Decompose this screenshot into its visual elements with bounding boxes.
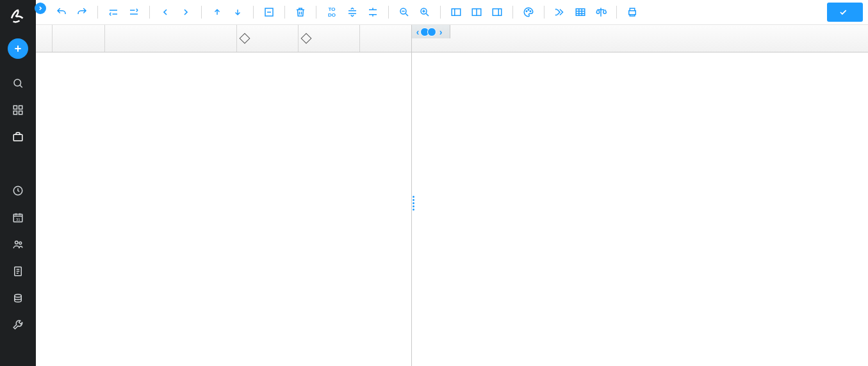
svg-rect-16 — [452, 9, 461, 16]
todo-icon[interactable] — [5, 152, 31, 175]
indent-button[interactable] — [177, 3, 195, 21]
svg-rect-18 — [493, 9, 502, 16]
svg-rect-24 — [576, 9, 585, 16]
todo-toolbar-button[interactable]: TODO — [323, 3, 341, 21]
svg-point-20 — [528, 10, 529, 11]
splitter-handle[interactable] — [410, 196, 416, 211]
scrubber-handle-icon — [427, 28, 436, 36]
col-code[interactable] — [74, 25, 105, 52]
milestone-icon — [240, 33, 250, 44]
svg-rect-3 — [13, 111, 17, 115]
add-button[interactable] — [8, 38, 28, 59]
zoom-out-button[interactable] — [395, 3, 413, 21]
milestone-icon — [301, 33, 312, 44]
search-icon[interactable] — [5, 72, 31, 95]
insert-below-button[interactable] — [125, 3, 143, 21]
svg-rect-2 — [19, 106, 22, 109]
calendar-icon[interactable]: 31 — [5, 206, 31, 229]
cost-icon[interactable] — [5, 287, 31, 310]
collapse-panel-icon[interactable] — [35, 3, 46, 14]
toolbar: TODO — [36, 0, 868, 25]
print-button[interactable] — [623, 3, 641, 21]
zoom-in-button[interactable] — [416, 3, 434, 21]
task-grid — [36, 25, 412, 366]
undo-button[interactable] — [53, 3, 70, 21]
svg-point-10 — [19, 242, 22, 244]
svg-text:31: 31 — [16, 218, 20, 221]
svg-point-23 — [555, 14, 557, 15]
layout-left-button[interactable] — [447, 3, 465, 21]
settings-icon[interactable] — [5, 314, 31, 337]
clock-icon[interactable] — [5, 179, 31, 202]
move-up-button[interactable] — [208, 3, 226, 21]
svg-rect-1 — [13, 106, 17, 109]
delete-button[interactable] — [291, 3, 309, 21]
svg-rect-5 — [13, 134, 22, 141]
chevron-left-icon: ‹ — [413, 28, 422, 36]
palette-button[interactable] — [520, 3, 537, 21]
resources-button[interactable] — [571, 3, 589, 21]
left-sidebar: 31 — [0, 0, 36, 366]
insert-above-button[interactable] — [104, 3, 122, 21]
col-start[interactable] — [237, 25, 299, 52]
team-icon[interactable] — [5, 233, 31, 256]
layout-split-button[interactable] — [468, 3, 486, 21]
svg-rect-25 — [629, 11, 636, 15]
layout-right-button[interactable] — [488, 3, 506, 21]
briefcase-icon[interactable] — [5, 125, 31, 148]
svg-point-9 — [15, 241, 19, 244]
move-down-button[interactable] — [229, 3, 247, 21]
timeline-scrubber[interactable]: ‹ › — [412, 25, 450, 38]
grid-header — [36, 25, 411, 52]
critical-path-button[interactable] — [551, 3, 569, 21]
svg-point-21 — [530, 11, 531, 12]
document-icon[interactable] — [5, 260, 31, 283]
decrease-button[interactable] — [260, 3, 278, 21]
save-button[interactable] — [827, 3, 863, 22]
expand-all-button[interactable] — [343, 3, 361, 21]
gantt-chart: ‹ › — [412, 25, 868, 366]
svg-point-22 — [555, 8, 557, 10]
app-logo — [6, 5, 29, 28]
dashboard-icon[interactable] — [5, 99, 31, 122]
svg-point-12 — [15, 294, 22, 298]
chevron-right-icon: › — [436, 28, 445, 36]
col-duration[interactable] — [360, 25, 387, 52]
scrubber-handle-icon — [420, 28, 429, 36]
balance-button[interactable] — [592, 3, 610, 21]
outdent-button[interactable] — [156, 3, 174, 21]
svg-rect-4 — [19, 111, 22, 115]
svg-point-0 — [14, 79, 21, 86]
collapse-all-button[interactable] — [364, 3, 382, 21]
col-name[interactable] — [105, 25, 237, 52]
svg-point-19 — [526, 11, 527, 12]
col-end[interactable] — [299, 25, 360, 52]
redo-button[interactable] — [73, 3, 91, 21]
